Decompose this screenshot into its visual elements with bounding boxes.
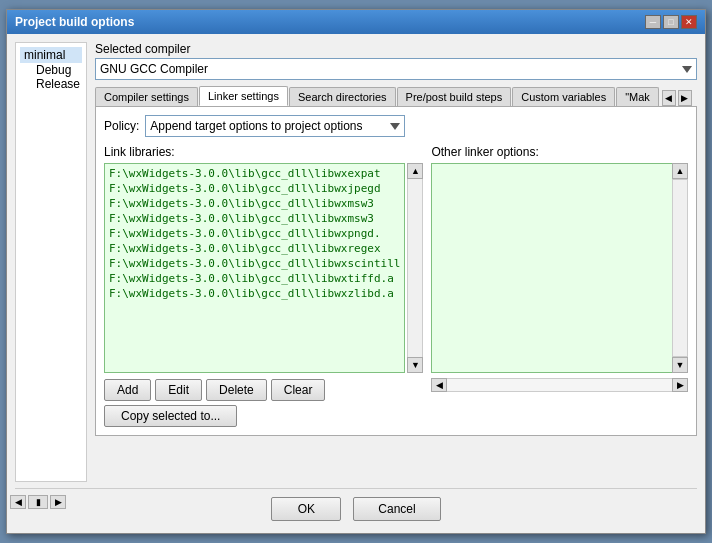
tabs-row: Compiler settings Linker settings Search…	[95, 86, 697, 106]
sidebar-scroll-left[interactable]: ◀	[10, 495, 26, 509]
copy-selected-button[interactable]: Copy selected to...	[104, 405, 237, 427]
right-panel: Selected compiler GNU GCC Compiler Compi…	[87, 42, 697, 482]
policy-row: Policy: Append target options to project…	[104, 115, 688, 137]
sidebar-scroll-handle[interactable]: ▮	[28, 495, 48, 509]
tabs: Compiler settings Linker settings Search…	[95, 86, 660, 106]
list-item[interactable]: F:\wxWidgets-3.0.0\lib\gcc_dll\libwxscin…	[107, 256, 402, 271]
sidebar-scroll: ◀ ▮ ▶	[10, 495, 66, 509]
other-linker-vscroll: ▲ ▼	[672, 163, 688, 373]
add-button[interactable]: Add	[104, 379, 151, 401]
other-scroll-track[interactable]	[672, 179, 688, 357]
footer: OK Cancel	[15, 488, 697, 525]
other-hscroll-left[interactable]: ◀	[431, 378, 447, 392]
tab-search-directories[interactable]: Search directories	[289, 87, 396, 106]
tab-nav: ◀ ▶	[662, 90, 692, 106]
link-libraries-label: Link libraries:	[104, 145, 423, 159]
compiler-select[interactable]: GNU GCC Compiler	[95, 58, 697, 80]
title-bar: Project build options ─ □ ✕	[7, 10, 705, 34]
lib-buttons: Add Edit Delete Clear	[104, 379, 423, 401]
tab-make[interactable]: "Mak	[616, 87, 659, 106]
link-libraries-section: Link libraries: F:\wxWidgets-3.0.0\lib\g…	[104, 145, 423, 427]
tab-pre-post-build[interactable]: Pre/post build steps	[397, 87, 512, 106]
edit-button[interactable]: Edit	[155, 379, 202, 401]
list-item[interactable]: F:\wxWidgets-3.0.0\lib\gcc_dll\libwxrege…	[107, 241, 402, 256]
maximize-button[interactable]: □	[663, 15, 679, 29]
sidebar: minimal Debug Release ◀ ▮ ▶	[15, 42, 87, 482]
lib-list[interactable]: F:\wxWidgets-3.0.0\lib\gcc_dll\libwxexpa…	[104, 163, 405, 373]
other-hscroll-right[interactable]: ▶	[672, 378, 688, 392]
other-linker-textarea[interactable]	[431, 163, 688, 373]
other-scroll-down[interactable]: ▼	[672, 357, 688, 373]
sidebar-item-release[interactable]: Release	[20, 77, 82, 91]
main-window: Project build options ─ □ ✕ minimal Debu…	[6, 9, 706, 534]
tab-nav-prev[interactable]: ◀	[662, 90, 676, 106]
lib-list-wrapper: F:\wxWidgets-3.0.0\lib\gcc_dll\libwxexpa…	[104, 163, 423, 373]
scroll-down-arrow[interactable]: ▼	[407, 357, 423, 373]
list-item[interactable]: F:\wxWidgets-3.0.0\lib\gcc_dll\libwxjpeg…	[107, 181, 402, 196]
tab-linker-settings[interactable]: Linker settings	[199, 86, 288, 106]
cancel-button[interactable]: Cancel	[353, 497, 440, 521]
policy-select[interactable]: Append target options to project options	[145, 115, 405, 137]
tab-compiler-settings[interactable]: Compiler settings	[95, 87, 198, 106]
minimize-button[interactable]: ─	[645, 15, 661, 29]
list-item[interactable]: F:\wxWidgets-3.0.0\lib\gcc_dll\libwxtiff…	[107, 271, 402, 286]
other-linker-label: Other linker options:	[431, 145, 688, 159]
tab-content: Policy: Append target options to project…	[95, 106, 697, 436]
list-item[interactable]: F:\wxWidgets-3.0.0\lib\gcc_dll\libwxmsw3	[107, 196, 402, 211]
other-linker-hscroll: ◀ ▶	[431, 378, 688, 392]
window-title: Project build options	[15, 15, 134, 29]
tab-custom-variables[interactable]: Custom variables	[512, 87, 615, 106]
compiler-label: Selected compiler	[95, 42, 697, 56]
close-button[interactable]: ✕	[681, 15, 697, 29]
ok-button[interactable]: OK	[271, 497, 341, 521]
tab-nav-next[interactable]: ▶	[678, 90, 692, 106]
sidebar-scroll-right[interactable]: ▶	[50, 495, 66, 509]
other-scroll-up[interactable]: ▲	[672, 163, 688, 179]
delete-button[interactable]: Delete	[206, 379, 267, 401]
list-item[interactable]: F:\wxWidgets-3.0.0\lib\gcc_dll\libwxzlib…	[107, 286, 402, 301]
policy-label: Policy:	[104, 119, 139, 133]
content-area: minimal Debug Release ◀ ▮ ▶ Selected com…	[7, 34, 705, 533]
list-item[interactable]: F:\wxWidgets-3.0.0\lib\gcc_dll\libwxpngd…	[107, 226, 402, 241]
scroll-up-arrow[interactable]: ▲	[407, 163, 423, 179]
compiler-section: Selected compiler GNU GCC Compiler	[95, 42, 697, 80]
title-bar-buttons: ─ □ ✕	[645, 15, 697, 29]
main-layout: minimal Debug Release ◀ ▮ ▶ Selected com…	[15, 42, 697, 482]
lib-list-scrollbar: ▲ ▼	[407, 163, 423, 373]
other-linker-section: Other linker options: ▲ ▼ ◀	[431, 145, 688, 427]
sidebar-item-debug[interactable]: Debug	[20, 63, 82, 77]
list-item[interactable]: F:\wxWidgets-3.0.0\lib\gcc_dll\libwxmsw3	[107, 211, 402, 226]
other-hscroll-track[interactable]	[447, 378, 672, 392]
sidebar-item-minimal[interactable]: minimal	[20, 47, 82, 63]
two-column-layout: Link libraries: F:\wxWidgets-3.0.0\lib\g…	[104, 145, 688, 427]
scroll-track[interactable]	[407, 179, 423, 357]
clear-button[interactable]: Clear	[271, 379, 326, 401]
list-item[interactable]: F:\wxWidgets-3.0.0\lib\gcc_dll\libwxexpa…	[107, 166, 402, 181]
other-linker-wrapper: ▲ ▼ ◀ ▶	[431, 163, 688, 392]
